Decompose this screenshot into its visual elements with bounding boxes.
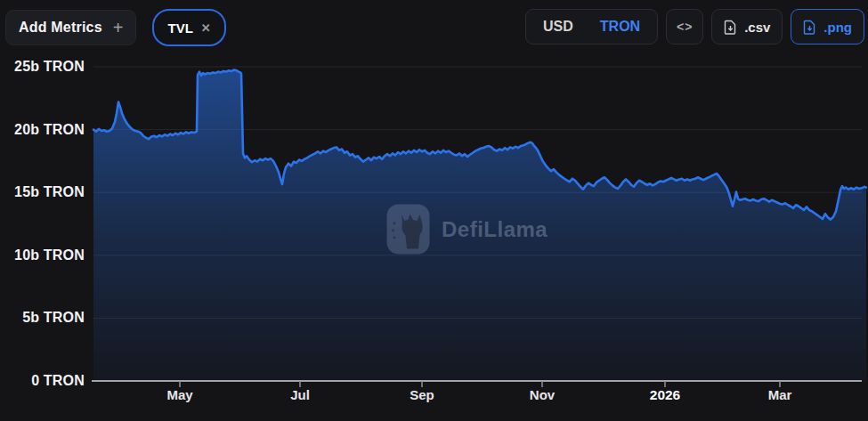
currency-toggle: USD TRON xyxy=(525,9,658,45)
metric-pill-label: TVL xyxy=(167,20,192,36)
metric-pill-tvl[interactable]: TVL ✕ xyxy=(152,9,225,46)
chart-toolbar-right: USD TRON <> .csv .png xyxy=(525,9,864,45)
add-metrics-label: Add Metrics xyxy=(19,20,102,36)
x-axis-label: Sep xyxy=(410,387,434,402)
x-axis-label: Nov xyxy=(530,387,555,402)
x-axis-label: 2026 xyxy=(650,387,680,403)
file-download-icon xyxy=(724,20,737,35)
code-brackets-icon: <> xyxy=(677,20,693,34)
y-axis-label: 0 TRON xyxy=(31,373,85,389)
y-axis-label: 10b TRON xyxy=(14,247,85,263)
currency-option-usd[interactable]: USD xyxy=(531,13,585,40)
csv-label: .csv xyxy=(744,20,770,35)
download-csv-button[interactable]: .csv xyxy=(711,9,783,45)
file-download-icon xyxy=(803,20,816,35)
y-axis-label: 20b TRON xyxy=(14,121,85,137)
defillama-chart-page: 25b TRON20b TRON15b TRON10b TRON5b TRON0… xyxy=(0,0,868,421)
plus-icon: + xyxy=(113,19,124,36)
y-axis-label: 25b TRON xyxy=(14,59,85,75)
y-axis-label: 5b TRON xyxy=(22,310,85,326)
y-axis-label: 15b TRON xyxy=(14,184,85,200)
x-axis-label: Jul xyxy=(290,387,310,402)
add-metrics-button[interactable]: Add Metrics + xyxy=(5,10,136,45)
embed-code-button[interactable]: <> xyxy=(666,9,703,45)
x-axis-label: May xyxy=(166,387,192,402)
png-label: .png xyxy=(823,20,852,35)
currency-option-tron[interactable]: TRON xyxy=(588,13,652,40)
tvl-area-fill xyxy=(93,70,866,382)
download-png-button[interactable]: .png xyxy=(791,9,864,45)
chart-toolbar-left: Add Metrics + TVL ✕ xyxy=(5,9,226,46)
tvl-chart-plot[interactable] xyxy=(0,0,868,421)
remove-metric-icon[interactable]: ✕ xyxy=(201,22,211,34)
x-axis-label: Mar xyxy=(768,387,792,402)
